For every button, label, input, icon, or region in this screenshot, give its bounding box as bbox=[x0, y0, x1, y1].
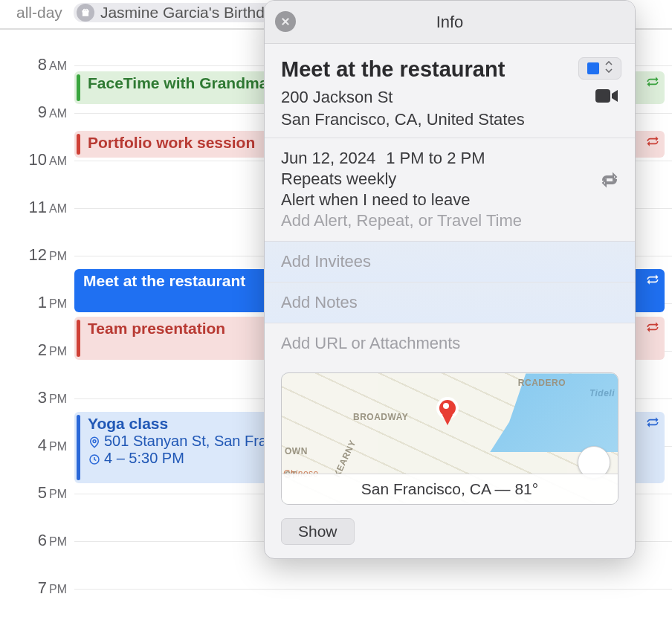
hour-1pm: 1PM bbox=[0, 293, 67, 312]
allday-event-title: Jasmine Garcia's Birthday bbox=[100, 4, 281, 22]
hour-4pm: 4PM bbox=[0, 436, 67, 455]
hour-11am: 11AM bbox=[0, 198, 67, 217]
event-name[interactable]: Meet at the restaurant bbox=[281, 57, 618, 82]
hour-6pm: 6PM bbox=[0, 531, 67, 550]
hour-8am: 8AM bbox=[0, 55, 67, 74]
chevron-updown-icon bbox=[605, 61, 613, 76]
hour-2pm: 2PM bbox=[0, 340, 67, 360]
map-street-label: OWN bbox=[285, 446, 308, 456]
hour-10am: 10AM bbox=[0, 150, 67, 169]
repeat-icon bbox=[645, 415, 660, 430]
time-repeat-section[interactable]: Jun 12, 2024 1 PM to 2 PM Repeats weekly… bbox=[265, 138, 635, 241]
svg-point-0 bbox=[93, 439, 96, 442]
map-street-label: Tideli bbox=[589, 388, 615, 398]
repeat-icon bbox=[645, 74, 660, 89]
repeat-icon bbox=[645, 134, 660, 149]
color-swatch bbox=[587, 62, 599, 74]
add-invitees-field[interactable]: Add Invitees bbox=[265, 241, 635, 282]
event-time-range: 1 PM to 2 PM bbox=[386, 149, 485, 168]
map-street-label: BROADWAY bbox=[353, 412, 408, 422]
svg-rect-2 bbox=[595, 89, 610, 103]
event-location[interactable]: 200 Jackson St San Francisco, CA, United… bbox=[281, 86, 618, 130]
video-call-button[interactable] bbox=[595, 87, 618, 105]
popover-title: Info bbox=[436, 13, 464, 32]
show-button[interactable]: Show bbox=[281, 518, 355, 545]
event-time: 4 – 5:30 PM bbox=[104, 450, 184, 467]
gift-icon bbox=[77, 4, 94, 22]
add-notes-field[interactable]: Add Notes bbox=[265, 282, 635, 323]
hour-9am: 9AM bbox=[0, 103, 67, 122]
clock-icon bbox=[88, 450, 101, 467]
add-url-attachments-field[interactable]: Add URL or Attachments bbox=[265, 323, 635, 364]
repeat-icon bbox=[601, 171, 618, 193]
event-alert: Alert when I need to leave bbox=[281, 190, 618, 210]
event-info-popover: Info Meet at the restaurant 200 Jackson … bbox=[264, 0, 636, 559]
popover-header: Info bbox=[265, 1, 635, 44]
allday-event-birthday[interactable]: Jasmine Garcia's Birthday bbox=[74, 3, 291, 22]
calendar-color-picker[interactable] bbox=[578, 57, 621, 80]
map-weather-footer: San Francisco, CA — 81° bbox=[282, 474, 618, 504]
hour-7pm: 7PM bbox=[0, 578, 67, 598]
map-pin-icon bbox=[436, 397, 459, 419]
video-icon bbox=[595, 87, 618, 105]
add-alert-repeat-travel[interactable]: Add Alert, Repeat, or Travel Time bbox=[281, 211, 618, 230]
repeat-icon bbox=[645, 272, 660, 287]
close-icon bbox=[280, 16, 291, 27]
hour-5pm: 5PM bbox=[0, 483, 67, 503]
location-icon bbox=[88, 433, 101, 450]
close-button[interactable] bbox=[275, 11, 296, 32]
repeat-icon bbox=[645, 320, 660, 335]
hour-12pm: 12PM bbox=[0, 245, 67, 265]
map-street-label: RCADERO bbox=[518, 378, 566, 388]
location-map[interactable]: BROADWAY KEARNY RCADERO OWN ST Tideli Ch… bbox=[281, 372, 618, 505]
hour-3pm: 3PM bbox=[0, 388, 67, 407]
event-date: Jun 12, 2024 bbox=[281, 149, 375, 168]
event-repeat: Repeats weekly bbox=[281, 169, 618, 189]
allday-label: all-day bbox=[16, 4, 62, 22]
